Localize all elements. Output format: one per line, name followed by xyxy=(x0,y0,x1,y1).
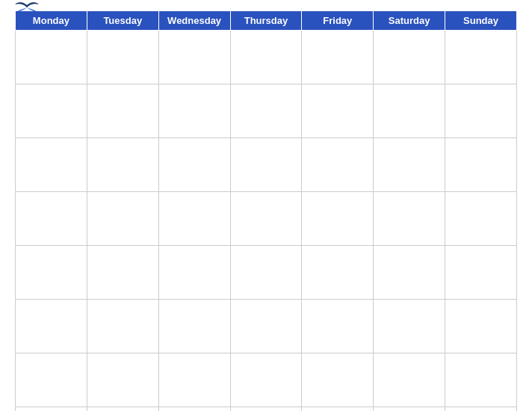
week-date-row-1: 1234567 xyxy=(16,31,517,84)
day-header-friday: Friday xyxy=(302,11,374,31)
date-cell: 21 xyxy=(445,246,517,300)
date-cell: 20 xyxy=(374,246,445,300)
date-cell: 28 xyxy=(445,353,517,407)
date-cell: 27 xyxy=(374,353,445,407)
date-number: 28 xyxy=(449,356,459,366)
content-cell xyxy=(16,192,87,246)
date-number: 17 xyxy=(163,248,173,259)
date-number: 25 xyxy=(235,356,244,366)
date-cell: 11 xyxy=(230,138,302,192)
date-number: 3 xyxy=(163,33,168,43)
content-cell xyxy=(445,407,517,412)
date-cell: 12 xyxy=(302,138,374,192)
date-cell: 25 xyxy=(230,353,302,407)
date-number: 10 xyxy=(163,140,173,151)
date-number: 16 xyxy=(91,248,101,259)
date-cell: 13 xyxy=(374,138,445,192)
content-cell xyxy=(230,84,302,138)
date-cell: 26 xyxy=(302,353,374,407)
week-date-row-2: 891011121314 xyxy=(16,138,517,192)
content-cell xyxy=(230,300,302,353)
day-headers-row: MondayTuesdayWednesdayThursdayFridaySatu… xyxy=(16,11,517,31)
date-cell: 9 xyxy=(87,138,158,192)
week-content-row-3 xyxy=(16,300,517,353)
date-cell: 19 xyxy=(302,246,374,300)
date-cell: 22 xyxy=(16,353,87,407)
content-cell xyxy=(16,84,87,138)
content-cell xyxy=(374,84,445,138)
week-date-row-4: 22232425262728 xyxy=(16,353,517,407)
content-cell xyxy=(374,192,445,246)
content-cell xyxy=(374,407,445,412)
day-header-tuesday: Tuesday xyxy=(87,11,158,31)
content-cell xyxy=(158,192,230,246)
date-cell: 1 xyxy=(16,31,87,84)
date-cell: 24 xyxy=(158,353,230,407)
date-number: 7 xyxy=(449,33,454,43)
date-cell: 3 xyxy=(158,31,230,84)
day-header-wednesday: Wednesday xyxy=(158,11,230,31)
date-number: 2 xyxy=(91,33,96,43)
content-cell xyxy=(87,192,158,246)
date-number: 1 xyxy=(19,33,25,43)
date-number: 4 xyxy=(235,33,240,43)
date-number: 24 xyxy=(163,356,173,366)
date-cell: 16 xyxy=(87,246,158,300)
date-number: 18 xyxy=(235,248,244,259)
date-cell: 5 xyxy=(302,31,374,84)
content-cell xyxy=(87,407,158,412)
content-cell xyxy=(158,84,230,138)
date-cell: 10 xyxy=(158,138,230,192)
date-cell: 18 xyxy=(230,246,302,300)
date-number: 21 xyxy=(449,248,459,259)
date-cell: 7 xyxy=(445,31,517,84)
date-cell: 8 xyxy=(16,138,87,192)
date-number: 6 xyxy=(377,33,383,43)
day-header-sunday: Sunday xyxy=(445,11,517,31)
date-number: 15 xyxy=(19,248,29,259)
date-cell: 2 xyxy=(87,31,158,84)
date-number: 26 xyxy=(306,356,315,366)
week-date-row-3: 15161718192021 xyxy=(16,246,517,300)
content-cell xyxy=(87,300,158,353)
week-content-row-4 xyxy=(16,407,517,412)
date-number: 20 xyxy=(377,248,387,259)
date-number: 27 xyxy=(377,356,387,366)
content-cell xyxy=(230,407,302,412)
content-cell xyxy=(374,300,445,353)
content-cell xyxy=(158,407,230,412)
week-content-row-2 xyxy=(16,192,517,246)
date-number: 23 xyxy=(91,356,101,366)
logo xyxy=(15,0,41,16)
content-cell xyxy=(158,300,230,353)
date-cell: 6 xyxy=(374,31,445,84)
calendar-table: MondayTuesdayWednesdayThursdayFridaySatu… xyxy=(15,10,517,411)
date-cell: 14 xyxy=(445,138,517,192)
content-cell xyxy=(87,84,158,138)
date-number: 12 xyxy=(306,140,315,151)
content-cell xyxy=(302,407,374,412)
date-cell: 17 xyxy=(158,246,230,300)
content-cell xyxy=(230,192,302,246)
logo-bird-icon xyxy=(15,0,39,16)
content-cell xyxy=(302,192,374,246)
date-number: 14 xyxy=(449,140,459,151)
content-cell xyxy=(16,300,87,353)
date-cell: 23 xyxy=(87,353,158,407)
week-content-row-1 xyxy=(16,84,517,138)
content-cell xyxy=(302,300,374,353)
date-number: 8 xyxy=(19,140,25,151)
content-cell xyxy=(445,300,517,353)
content-cell xyxy=(445,192,517,246)
date-cell: 4 xyxy=(230,31,302,84)
day-header-saturday: Saturday xyxy=(374,11,445,31)
date-cell: 15 xyxy=(16,246,87,300)
content-cell xyxy=(302,84,374,138)
date-number: 9 xyxy=(91,140,96,151)
content-cell xyxy=(16,407,87,412)
date-number: 13 xyxy=(377,140,387,151)
date-number: 22 xyxy=(19,356,29,366)
date-number: 5 xyxy=(306,33,311,43)
date-number: 11 xyxy=(235,140,244,151)
date-number: 19 xyxy=(306,248,315,259)
